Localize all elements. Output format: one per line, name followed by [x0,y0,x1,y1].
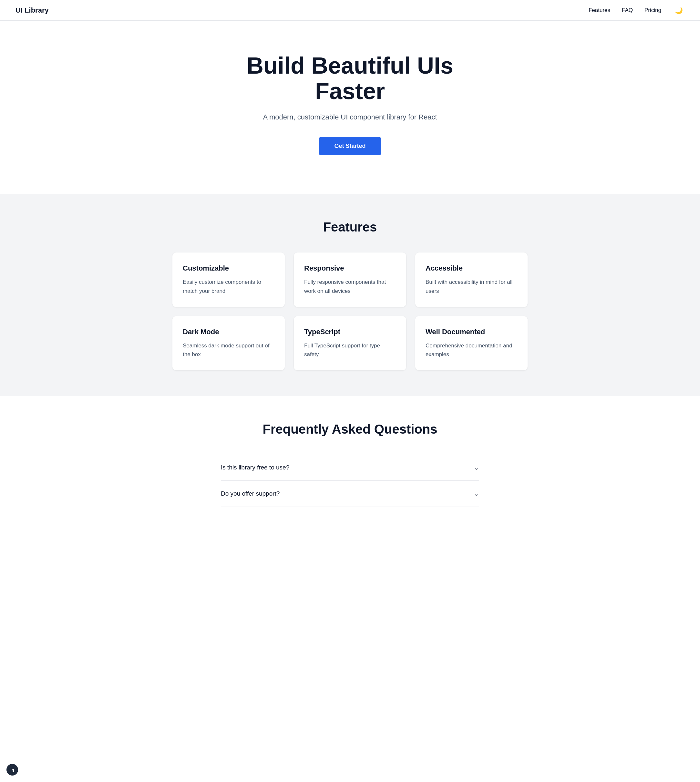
navbar: UI Library Features FAQ Pricing 🌙 [0,0,700,21]
nav-links: Features FAQ Pricing 🌙 [588,5,685,16]
feature-card-typescript: TypeScript Full TypeScript support for t… [294,316,406,370]
feature-title-documented: Well Documented [425,328,517,336]
feature-card-customizable: Customizable Easily customize components… [172,252,285,307]
feature-title-accessible: Accessible [425,264,517,272]
feature-title-darkmode: Dark Mode [183,328,275,336]
nav-link-pricing[interactable]: Pricing [645,7,661,13]
faq-section: Frequently Asked Questions Is this libra… [0,396,700,533]
moon-icon: 🌙 [675,7,683,14]
feature-title-customizable: Customizable [183,264,275,272]
faq-title: Frequently Asked Questions [15,422,685,437]
features-title: Features [15,220,685,234]
feature-desc-typescript: Full TypeScript support for type safety [304,341,396,359]
faq-question-1[interactable]: Do you offer support? ⌄ [221,481,479,507]
feature-card-responsive: Responsive Fully responsive components t… [294,252,406,307]
feature-card-darkmode: Dark Mode Seamless dark mode support out… [172,316,285,370]
get-started-button[interactable]: Get Started [319,137,381,155]
nav-link-faq[interactable]: FAQ [622,7,633,13]
feature-title-responsive: Responsive [304,264,396,272]
feature-desc-darkmode: Seamless dark mode support out of the bo… [183,341,275,359]
hero-title: Build Beautiful UIs Faster [221,53,479,104]
chevron-down-icon-1: ⌄ [474,490,479,497]
feature-desc-accessible: Built with accessibility in mind for all… [425,278,517,295]
features-grid: Customizable Easily customize components… [172,252,528,370]
feature-desc-responsive: Fully responsive components that work on… [304,278,396,295]
faq-question-text-1: Do you offer support? [221,490,280,497]
features-section: Features Customizable Easily customize c… [0,194,700,396]
hero-subtitle: A modern, customizable UI component libr… [263,113,437,122]
feature-desc-documented: Comprehensive documentation and examples [425,341,517,359]
faq-list: Is this library free to use? ⌄ Do you of… [221,455,479,507]
dark-mode-toggle[interactable]: 🌙 [673,5,685,16]
faq-question-text-0: Is this library free to use? [221,464,289,471]
faq-item-1: Do you offer support? ⌄ [221,481,479,507]
feature-card-documented: Well Documented Comprehensive documentat… [415,316,528,370]
feature-title-typescript: TypeScript [304,328,396,336]
chevron-down-icon-0: ⌄ [474,464,479,472]
faq-item-0: Is this library free to use? ⌄ [221,455,479,481]
nav-link-features[interactable]: Features [588,7,610,13]
faq-question-0[interactable]: Is this library free to use? ⌄ [221,455,479,480]
hero-section: Build Beautiful UIs Faster A modern, cus… [0,21,700,194]
feature-desc-customizable: Easily customize components to match you… [183,278,275,295]
nav-logo[interactable]: UI Library [15,6,49,15]
feature-card-accessible: Accessible Built with accessibility in m… [415,252,528,307]
